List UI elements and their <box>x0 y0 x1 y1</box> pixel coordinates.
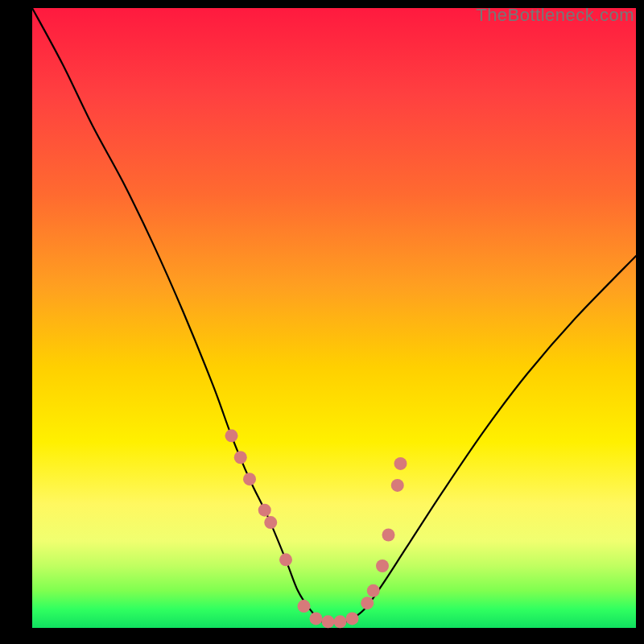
highlight-marker <box>279 553 292 566</box>
highlight-marker <box>322 615 335 628</box>
highlight-marker <box>391 479 404 492</box>
watermark-text: TheBottleneck.com <box>476 5 634 26</box>
highlight-marker <box>243 473 256 485</box>
chart-svg <box>32 8 636 628</box>
highlight-marker <box>234 451 247 464</box>
highlight-marker <box>258 504 271 517</box>
highlight-marker <box>264 516 277 529</box>
highlight-marker <box>310 612 323 625</box>
highlight-marker <box>334 615 347 628</box>
highlight-marker <box>394 457 407 470</box>
highlight-marker <box>346 612 359 625</box>
highlight-marker <box>367 584 380 597</box>
highlight-markers <box>225 429 407 628</box>
highlight-marker <box>376 559 389 572</box>
highlight-marker <box>225 429 238 442</box>
highlight-marker <box>361 597 374 609</box>
bottleneck-curve <box>32 8 636 622</box>
chart-container: TheBottleneck.com <box>0 0 644 644</box>
highlight-marker <box>382 529 395 542</box>
highlight-marker <box>298 600 311 613</box>
plot-area <box>32 8 636 628</box>
